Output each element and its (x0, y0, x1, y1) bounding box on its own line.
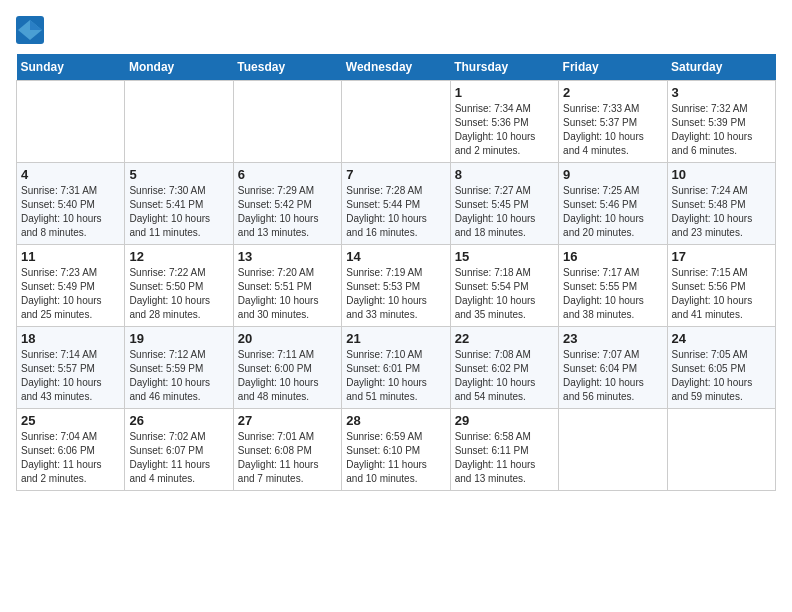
page-header (16, 16, 776, 44)
day-info: Sunrise: 7:17 AM Sunset: 5:55 PM Dayligh… (563, 266, 662, 322)
day-info: Sunrise: 7:31 AM Sunset: 5:40 PM Dayligh… (21, 184, 120, 240)
day-info: Sunrise: 7:28 AM Sunset: 5:44 PM Dayligh… (346, 184, 445, 240)
calendar-cell: 25Sunrise: 7:04 AM Sunset: 6:06 PM Dayli… (17, 409, 125, 491)
calendar-cell: 8Sunrise: 7:27 AM Sunset: 5:45 PM Daylig… (450, 163, 558, 245)
day-number: 27 (238, 413, 337, 428)
calendar-cell: 29Sunrise: 6:58 AM Sunset: 6:11 PM Dayli… (450, 409, 558, 491)
day-info: Sunrise: 6:58 AM Sunset: 6:11 PM Dayligh… (455, 430, 554, 486)
weekday-header-saturday: Saturday (667, 54, 775, 81)
calendar-cell: 28Sunrise: 6:59 AM Sunset: 6:10 PM Dayli… (342, 409, 450, 491)
day-info: Sunrise: 7:05 AM Sunset: 6:05 PM Dayligh… (672, 348, 771, 404)
calendar-cell: 16Sunrise: 7:17 AM Sunset: 5:55 PM Dayli… (559, 245, 667, 327)
day-info: Sunrise: 7:22 AM Sunset: 5:50 PM Dayligh… (129, 266, 228, 322)
calendar-cell: 27Sunrise: 7:01 AM Sunset: 6:08 PM Dayli… (233, 409, 341, 491)
day-number: 10 (672, 167, 771, 182)
calendar-cell (667, 409, 775, 491)
calendar-cell: 14Sunrise: 7:19 AM Sunset: 5:53 PM Dayli… (342, 245, 450, 327)
day-number: 14 (346, 249, 445, 264)
day-number: 23 (563, 331, 662, 346)
week-row-2: 4Sunrise: 7:31 AM Sunset: 5:40 PM Daylig… (17, 163, 776, 245)
day-info: Sunrise: 6:59 AM Sunset: 6:10 PM Dayligh… (346, 430, 445, 486)
day-number: 11 (21, 249, 120, 264)
day-number: 1 (455, 85, 554, 100)
weekday-header-row: SundayMondayTuesdayWednesdayThursdayFrid… (17, 54, 776, 81)
day-number: 28 (346, 413, 445, 428)
day-number: 18 (21, 331, 120, 346)
calendar-cell: 20Sunrise: 7:11 AM Sunset: 6:00 PM Dayli… (233, 327, 341, 409)
calendar-cell: 2Sunrise: 7:33 AM Sunset: 5:37 PM Daylig… (559, 81, 667, 163)
calendar-cell: 23Sunrise: 7:07 AM Sunset: 6:04 PM Dayli… (559, 327, 667, 409)
calendar-cell: 9Sunrise: 7:25 AM Sunset: 5:46 PM Daylig… (559, 163, 667, 245)
day-info: Sunrise: 7:15 AM Sunset: 5:56 PM Dayligh… (672, 266, 771, 322)
day-number: 2 (563, 85, 662, 100)
day-info: Sunrise: 7:01 AM Sunset: 6:08 PM Dayligh… (238, 430, 337, 486)
calendar-cell: 17Sunrise: 7:15 AM Sunset: 5:56 PM Dayli… (667, 245, 775, 327)
weekday-header-sunday: Sunday (17, 54, 125, 81)
calendar-cell: 4Sunrise: 7:31 AM Sunset: 5:40 PM Daylig… (17, 163, 125, 245)
calendar-cell: 26Sunrise: 7:02 AM Sunset: 6:07 PM Dayli… (125, 409, 233, 491)
weekday-header-thursday: Thursday (450, 54, 558, 81)
logo (16, 16, 48, 44)
calendar-cell: 24Sunrise: 7:05 AM Sunset: 6:05 PM Dayli… (667, 327, 775, 409)
day-number: 16 (563, 249, 662, 264)
day-info: Sunrise: 7:14 AM Sunset: 5:57 PM Dayligh… (21, 348, 120, 404)
calendar-cell: 13Sunrise: 7:20 AM Sunset: 5:51 PM Dayli… (233, 245, 341, 327)
calendar-cell: 22Sunrise: 7:08 AM Sunset: 6:02 PM Dayli… (450, 327, 558, 409)
day-info: Sunrise: 7:02 AM Sunset: 6:07 PM Dayligh… (129, 430, 228, 486)
day-number: 9 (563, 167, 662, 182)
day-number: 3 (672, 85, 771, 100)
day-info: Sunrise: 7:10 AM Sunset: 6:01 PM Dayligh… (346, 348, 445, 404)
day-info: Sunrise: 7:19 AM Sunset: 5:53 PM Dayligh… (346, 266, 445, 322)
weekday-header-friday: Friday (559, 54, 667, 81)
weekday-header-wednesday: Wednesday (342, 54, 450, 81)
calendar-cell (233, 81, 341, 163)
day-info: Sunrise: 7:11 AM Sunset: 6:00 PM Dayligh… (238, 348, 337, 404)
calendar-cell: 15Sunrise: 7:18 AM Sunset: 5:54 PM Dayli… (450, 245, 558, 327)
day-info: Sunrise: 7:07 AM Sunset: 6:04 PM Dayligh… (563, 348, 662, 404)
calendar-cell (559, 409, 667, 491)
week-row-3: 11Sunrise: 7:23 AM Sunset: 5:49 PM Dayli… (17, 245, 776, 327)
calendar-cell: 3Sunrise: 7:32 AM Sunset: 5:39 PM Daylig… (667, 81, 775, 163)
day-info: Sunrise: 7:29 AM Sunset: 5:42 PM Dayligh… (238, 184, 337, 240)
day-number: 20 (238, 331, 337, 346)
day-number: 5 (129, 167, 228, 182)
day-number: 12 (129, 249, 228, 264)
calendar-cell: 12Sunrise: 7:22 AM Sunset: 5:50 PM Dayli… (125, 245, 233, 327)
weekday-header-monday: Monday (125, 54, 233, 81)
calendar-table: SundayMondayTuesdayWednesdayThursdayFrid… (16, 54, 776, 491)
day-number: 7 (346, 167, 445, 182)
day-info: Sunrise: 7:04 AM Sunset: 6:06 PM Dayligh… (21, 430, 120, 486)
day-number: 24 (672, 331, 771, 346)
calendar-cell: 18Sunrise: 7:14 AM Sunset: 5:57 PM Dayli… (17, 327, 125, 409)
calendar-cell: 11Sunrise: 7:23 AM Sunset: 5:49 PM Dayli… (17, 245, 125, 327)
calendar-cell (17, 81, 125, 163)
calendar-cell: 7Sunrise: 7:28 AM Sunset: 5:44 PM Daylig… (342, 163, 450, 245)
day-number: 8 (455, 167, 554, 182)
day-number: 15 (455, 249, 554, 264)
day-number: 21 (346, 331, 445, 346)
calendar-cell: 19Sunrise: 7:12 AM Sunset: 5:59 PM Dayli… (125, 327, 233, 409)
day-number: 13 (238, 249, 337, 264)
day-number: 17 (672, 249, 771, 264)
day-info: Sunrise: 7:23 AM Sunset: 5:49 PM Dayligh… (21, 266, 120, 322)
day-info: Sunrise: 7:20 AM Sunset: 5:51 PM Dayligh… (238, 266, 337, 322)
calendar-cell: 1Sunrise: 7:34 AM Sunset: 5:36 PM Daylig… (450, 81, 558, 163)
day-number: 6 (238, 167, 337, 182)
day-number: 19 (129, 331, 228, 346)
week-row-1: 1Sunrise: 7:34 AM Sunset: 5:36 PM Daylig… (17, 81, 776, 163)
day-info: Sunrise: 7:30 AM Sunset: 5:41 PM Dayligh… (129, 184, 228, 240)
weekday-header-tuesday: Tuesday (233, 54, 341, 81)
calendar-cell (342, 81, 450, 163)
day-info: Sunrise: 7:27 AM Sunset: 5:45 PM Dayligh… (455, 184, 554, 240)
day-info: Sunrise: 7:08 AM Sunset: 6:02 PM Dayligh… (455, 348, 554, 404)
calendar-cell: 21Sunrise: 7:10 AM Sunset: 6:01 PM Dayli… (342, 327, 450, 409)
day-info: Sunrise: 7:34 AM Sunset: 5:36 PM Dayligh… (455, 102, 554, 158)
day-info: Sunrise: 7:32 AM Sunset: 5:39 PM Dayligh… (672, 102, 771, 158)
week-row-4: 18Sunrise: 7:14 AM Sunset: 5:57 PM Dayli… (17, 327, 776, 409)
calendar-cell (125, 81, 233, 163)
day-info: Sunrise: 7:25 AM Sunset: 5:46 PM Dayligh… (563, 184, 662, 240)
calendar-cell: 6Sunrise: 7:29 AM Sunset: 5:42 PM Daylig… (233, 163, 341, 245)
day-number: 4 (21, 167, 120, 182)
day-number: 29 (455, 413, 554, 428)
day-info: Sunrise: 7:12 AM Sunset: 5:59 PM Dayligh… (129, 348, 228, 404)
